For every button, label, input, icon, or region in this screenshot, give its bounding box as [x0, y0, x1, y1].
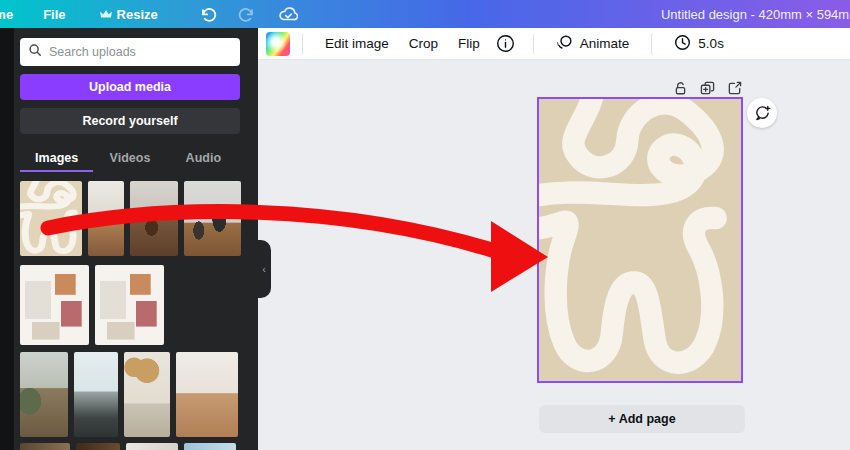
lock-icon[interactable] — [672, 80, 689, 97]
animate-icon — [556, 34, 573, 54]
menu-file[interactable]: File — [39, 7, 69, 22]
menu-home-label: Home — [0, 7, 13, 22]
thumbnail-kitchen-pendants[interactable] — [124, 352, 170, 437]
menu-file-label: File — [43, 7, 65, 22]
upload-media-button[interactable]: Upload media — [20, 74, 240, 100]
thumbnail-row-2 — [20, 265, 239, 345]
tab-images[interactable]: Images — [20, 146, 93, 172]
top-menubar: Home File Resize Untitled design - 420mm… — [0, 0, 850, 28]
thumbnail-partial-2[interactable] — [76, 443, 120, 450]
thumbnail-room-with-dog[interactable] — [130, 181, 178, 256]
crown-icon — [100, 7, 112, 22]
thumbnail-moodboard-bedroom[interactable] — [170, 265, 239, 345]
image-toolbar: Edit image Crop Flip Animate 5.0s — [258, 28, 850, 60]
sidebar-collapse-handle[interactable]: ‹ — [257, 240, 271, 298]
menu-home[interactable]: Home — [0, 7, 17, 22]
uploads-tabs: Images Videos Audio — [20, 146, 240, 172]
flip-button[interactable]: Flip — [448, 36, 490, 51]
thumbnail-row-1 — [20, 181, 241, 256]
thumbnail-partial-4[interactable] — [184, 443, 236, 450]
thumbnail-moodboard-2[interactable] — [95, 265, 164, 345]
thumbnail-bedroom[interactable] — [176, 352, 238, 437]
tab-videos[interactable]: Videos — [93, 146, 166, 172]
animate-button[interactable]: Animate — [546, 34, 640, 54]
add-comment-button[interactable] — [747, 98, 777, 128]
duration-label: 5.0s — [698, 36, 724, 51]
uploads-sidebar: Upload media Record yourself Images Vide… — [0, 28, 258, 450]
page-actions — [672, 80, 743, 97]
thumbnail-room-fireplace[interactable] — [184, 181, 241, 256]
squiggle-artwork — [539, 99, 741, 381]
crop-button[interactable]: Crop — [399, 36, 448, 51]
toolbar-divider — [533, 34, 534, 54]
share-page-icon[interactable] — [726, 80, 743, 97]
menu-resize[interactable]: Resize — [96, 7, 162, 22]
thumbnail-squiggle-art[interactable] — [20, 181, 82, 256]
clock-icon — [674, 34, 691, 54]
document-title[interactable]: Untitled design - 420mm × 594mm — [661, 0, 850, 28]
record-yourself-button[interactable]: Record yourself — [20, 108, 240, 134]
add-comment-icon — [754, 105, 771, 122]
thumbnail-partial-1[interactable] — [20, 443, 70, 450]
undo-button[interactable] — [194, 5, 224, 23]
menu-resize-label: Resize — [117, 7, 158, 22]
cloud-sync-check-icon[interactable] — [274, 5, 304, 23]
search-icon — [28, 43, 42, 61]
tab-audio[interactable]: Audio — [167, 146, 240, 172]
design-page-canvas[interactable] — [537, 97, 743, 383]
color-swatch[interactable] — [266, 32, 290, 56]
duration-button[interactable]: 5.0s — [664, 34, 734, 54]
thumbnail-row-3 — [20, 352, 238, 437]
chevron-left-icon: ‹ — [262, 263, 266, 275]
edit-image-button[interactable]: Edit image — [315, 36, 399, 51]
search-uploads-input[interactable] — [49, 45, 232, 59]
thumbnail-kitchen-window[interactable] — [74, 352, 118, 437]
toolbar-divider — [651, 34, 652, 54]
thumbnail-moodboard-1[interactable] — [20, 265, 89, 345]
thumbnail-partial-3[interactable] — [126, 443, 178, 450]
add-page-button[interactable]: + Add page — [539, 405, 745, 433]
animate-label: Animate — [580, 36, 630, 51]
info-icon[interactable] — [490, 34, 521, 53]
search-uploads-box[interactable] — [20, 38, 240, 66]
duplicate-page-icon[interactable] — [699, 80, 716, 97]
thumbnail-row-4 — [20, 443, 236, 450]
toolbar-divider — [302, 34, 303, 54]
nav-rail-edge — [0, 28, 14, 450]
thumbnail-room-wood-floor[interactable] — [88, 181, 124, 256]
thumbnail-patio[interactable] — [20, 352, 68, 437]
redo-button[interactable] — [232, 5, 262, 23]
